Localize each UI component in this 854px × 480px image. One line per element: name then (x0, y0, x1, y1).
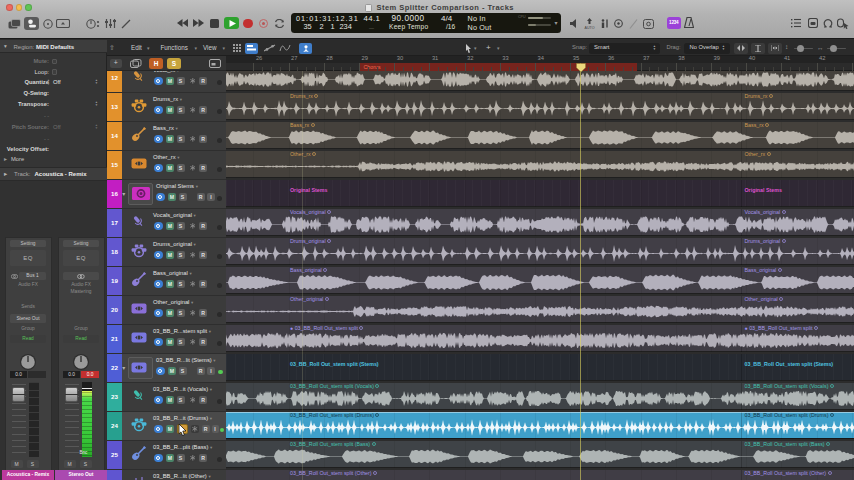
svg-text:AUTO: AUTO (585, 25, 595, 29)
